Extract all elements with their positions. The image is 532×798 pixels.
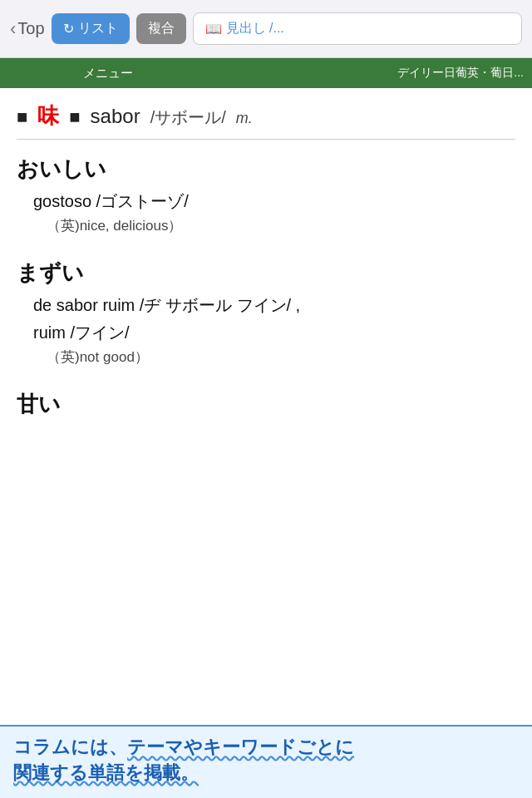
info-menu-label: メニュー [0,66,216,81]
fukugo-button[interactable]: 複合 [136,13,186,44]
word-class: m. [236,110,253,127]
fukugo-button-label: 複合 [148,21,175,35]
header-divider [17,139,515,140]
section-oishii-heading: おいしい [17,155,515,184]
bottom-line2: 関連する単語を掲載。 [13,761,519,786]
section-mazui: まずい de sabor ruim /ヂ サボール フイン/ , ruim /フ… [17,259,515,367]
bottom-line1: コラムには、テーマやキーワードごとに [13,735,519,761]
word-kanji: 味 [37,101,59,131]
midashi-button[interactable]: 📖 見出し /... [193,12,522,45]
book-icon: 📖 [205,21,222,37]
section-amai: 甘い [17,390,515,419]
bottom-text-part3: 関連する単語を掲載。 [13,762,199,783]
section-mazui-heading: まずい [17,259,515,288]
bottom-bar: コラムには、テーマやキーワードごとに 関連する単語を掲載。 [0,725,532,798]
square-right: ■ [69,106,80,128]
list-button[interactable]: ↻ リスト [52,13,130,44]
info-daily-label: デイリー日葡英・葡日... [216,66,532,81]
entry-gostoso-english: （英)nice, delicious） [47,216,515,235]
list-button-label: リスト [78,20,118,37]
entry-desabor-main: de sabor ruim /ヂ サボール フイン/ , [33,294,515,317]
bottom-text: コラムには、テーマやキーワードごとに 関連する単語を掲載。 [13,735,519,786]
entry-ruim-sub: ruim /フイン/ [33,322,515,344]
entry-ruim-english: （英)not good） [47,347,515,367]
nav-bar: ‹ Top ↻ リスト 複合 📖 見出し /... [0,0,532,58]
main-content: ■ 味 ■ sabor /サボール/ m. おいしい gostoso /ゴストー… [0,88,532,732]
refresh-icon: ↻ [63,21,74,37]
info-bar: メニュー デイリー日葡英・葡日... [0,58,532,88]
chevron-left-icon: ‹ [10,18,16,40]
square-left: ■ [17,106,27,128]
section-oishii: おいしい gostoso /ゴストーゾ/ （英)nice, delicious） [17,155,515,235]
back-label: Top [17,19,44,38]
back-button[interactable]: ‹ Top [10,18,45,40]
word-reading: /サボール/ [150,106,226,129]
word-header: ■ 味 ■ sabor /サボール/ m. [17,101,515,131]
bottom-text-part1: コラムには、 [13,736,127,757]
bottom-text-part2: テーマやキーワードごとに [127,736,354,757]
section-amai-heading: 甘い [17,390,515,419]
midashi-button-label: 見出し /... [226,20,284,37]
word-romaji: sabor [91,105,140,128]
entry-gostoso-main: gostoso /ゴストーゾ/ [33,190,515,213]
